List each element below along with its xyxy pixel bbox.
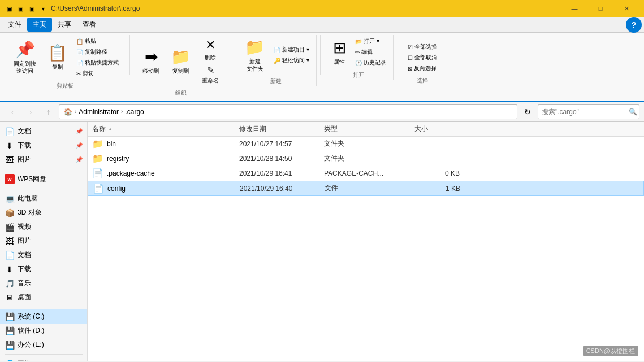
- new-item-button[interactable]: 📄 新建项目 ▾: [271, 45, 312, 55]
- ribbon-group-select: ☑ 全部选择 ☐ 全部取消 ⊠ 反向选择 选择: [401, 35, 444, 86]
- sidebar-item-wps[interactable]: W WPS网盘: [0, 172, 87, 186]
- sidebar-downloads2-label: 下载: [18, 264, 31, 274]
- address-crumb-admin[interactable]: Administrator: [79, 108, 119, 116]
- select-buttons: ☑ 全部选择 ☐ 全部取消 ⊠ 反向选择: [405, 42, 439, 73]
- sidebar-item-pictures2[interactable]: 🖼 图片: [0, 234, 87, 248]
- ribbon-group-clipboard: 📌 固定到快速访问 📋 复制 📋 粘贴 📄 复制路径 📄 粘贴快捷方式: [5, 35, 126, 91]
- ribbon-group-open: ⊞ 属性 📂 打开 ▾ ✏ 编辑 🕐 历史记录 打开: [324, 35, 394, 80]
- properties-button[interactable]: ⊞ 属性: [329, 37, 351, 68]
- pin-indicator-2: 📌: [76, 142, 83, 149]
- sidebar-documents-label: 文档: [18, 127, 31, 136]
- sidebar-item-downloads[interactable]: ⬇ 下载 📌: [0, 138, 87, 152]
- search-bar[interactable]: 🔍: [538, 104, 639, 119]
- menu-view[interactable]: 查看: [77, 18, 102, 32]
- copy-button[interactable]: 📋 复制: [43, 42, 72, 73]
- sep1: [129, 35, 130, 75]
- file-icon-config: 📄: [93, 183, 104, 194]
- file-row-package-cache[interactable]: 📄 .package-cache 2021/10/29 16:41 PACKAG…: [88, 166, 644, 181]
- file-size-package: 0 KB: [414, 169, 460, 177]
- deselect-all-icon: ☐: [408, 55, 413, 61]
- address-bar[interactable]: 🏠 › Administrator › .cargo: [59, 104, 517, 119]
- sidebar-item-documents[interactable]: 📄 文档 📌: [0, 124, 87, 138]
- deselect-all-button[interactable]: ☐ 全部取消: [405, 53, 439, 63]
- sep3: [320, 35, 321, 75]
- pin-label: 固定到快速访问: [14, 60, 36, 75]
- back-button[interactable]: ‹: [5, 104, 20, 120]
- maximize-button[interactable]: □: [587, 0, 613, 17]
- sidebar-item-desktop[interactable]: 🖥 桌面: [0, 290, 87, 304]
- d-drive-icon: 💾: [5, 326, 15, 335]
- sidebar-item-network[interactable]: 🌐 网络: [0, 357, 87, 361]
- move-to-button[interactable]: ➡ 移动到: [138, 46, 164, 77]
- downloads-icon: ⬇: [5, 141, 15, 150]
- easy-access-label: 轻松访问 ▾: [282, 56, 309, 64]
- new-folder-button[interactable]: 📁 新建文件夹: [240, 36, 269, 74]
- col-header-type[interactable]: 类型: [324, 124, 414, 134]
- pin-quick-access-button[interactable]: 📌 固定到快速访问: [9, 38, 41, 76]
- paste-shortcut-button[interactable]: 📄 粘贴快捷方式: [74, 58, 121, 68]
- sidebar-item-e-drive[interactable]: 💾 办公 (E:): [0, 338, 87, 352]
- file-row-registry[interactable]: 📁 registry 2021/10/28 14:50 文件夹: [88, 151, 644, 166]
- sidebar-item-this-pc[interactable]: 💻 此电脑: [0, 191, 87, 206]
- cut-button[interactable]: ✂ 剪切: [74, 68, 121, 78]
- sidebar-item-pictures[interactable]: 🖼 图片 📌: [0, 152, 87, 167]
- file-name-registry: registry: [107, 155, 239, 163]
- pin-indicator-3: 📌: [76, 156, 83, 163]
- sidebar-item-c-drive[interactable]: 💾 系统 (C:): [0, 309, 87, 324]
- sidebar-item-video[interactable]: 🎬 视频: [0, 220, 87, 234]
- menu-file[interactable]: 文件: [2, 18, 27, 32]
- copy-to-button[interactable]: 📁 复制到: [166, 46, 195, 77]
- sidebar-docs2-label: 文档: [18, 250, 31, 260]
- col-name-label: 名称: [92, 124, 106, 134]
- sidebar-item-downloads2[interactable]: ⬇ 下载: [0, 262, 87, 276]
- cut-icon: ✂: [76, 71, 81, 77]
- open-button[interactable]: 📂 打开 ▾: [353, 36, 388, 46]
- delete-button[interactable]: ✕ 删除: [197, 36, 223, 63]
- history-label: 历史记录: [364, 59, 386, 67]
- col-size-label: 大小: [414, 124, 428, 134]
- title-bar: ▣ ▣ ▣ ▾ C:\Users\Administrator\.cargo — …: [0, 0, 644, 17]
- close-button[interactable]: ✕: [613, 0, 639, 17]
- rename-button[interactable]: ✎ 重命名: [197, 64, 223, 86]
- col-header-size[interactable]: 大小: [414, 124, 460, 134]
- copy-path-button[interactable]: 📄 复制路径: [74, 47, 121, 57]
- sidebar-item-docs2[interactable]: 📄 文档: [0, 248, 87, 262]
- minimize-button[interactable]: —: [561, 0, 587, 17]
- select-all-button[interactable]: ☑ 全部选择: [405, 42, 439, 52]
- col-header-date[interactable]: 修改日期: [239, 124, 324, 134]
- documents-icon: 📄: [5, 127, 15, 136]
- search-input[interactable]: [542, 108, 626, 116]
- col-header-name[interactable]: 名称 ▲: [92, 124, 239, 134]
- address-sep1: ›: [75, 108, 76, 115]
- desktop-icon: 🖥: [5, 293, 15, 302]
- c-drive-icon: 💾: [5, 312, 15, 321]
- file-type-config: 文件: [325, 184, 415, 193]
- help-button[interactable]: ?: [626, 17, 642, 33]
- file-name-bin: bin: [107, 140, 239, 148]
- sidebar-item-3d[interactable]: 📦 3D 对象: [0, 206, 87, 220]
- sidebar-desktop-label: 桌面: [18, 293, 31, 302]
- sidebar-item-d-drive[interactable]: 💾 软件 (D:): [0, 324, 87, 338]
- sep4: [397, 35, 397, 75]
- up-button[interactable]: ↑: [41, 104, 57, 120]
- file-icon-package: 📄: [92, 168, 103, 178]
- paste-shortcut-label: 粘贴快捷方式: [85, 59, 119, 67]
- address-crumb-cargo[interactable]: .cargo: [125, 108, 144, 116]
- sidebar-item-music[interactable]: 🎵 音乐: [0, 276, 87, 290]
- menu-home[interactable]: 主页: [27, 18, 52, 32]
- paste-button[interactable]: 📋 粘贴: [74, 36, 121, 46]
- history-button[interactable]: 🕐 历史记录: [353, 58, 388, 68]
- pin-indicator: 📌: [76, 128, 83, 134]
- forward-button[interactable]: ›: [23, 104, 38, 120]
- easy-access-button[interactable]: 🔑 轻松访问 ▾: [271, 55, 312, 66]
- file-row-config[interactable]: 📄 config 2021/10/29 16:40 文件 1 KB: [88, 181, 644, 196]
- refresh-button[interactable]: ↻: [520, 104, 535, 120]
- invert-selection-button[interactable]: ⊠ 反向选择: [405, 63, 439, 73]
- new-item-icon: 📄: [274, 47, 280, 53]
- edit-button[interactable]: ✏ 编辑: [353, 47, 388, 57]
- menu-share[interactable]: 共享: [52, 18, 77, 32]
- paste-label: 粘贴: [85, 37, 96, 45]
- ribbon-group-new: 📁 新建文件夹 📄 新建项目 ▾ 🔑 轻松访问 ▾ 新建: [236, 35, 317, 86]
- file-row-bin[interactable]: 📁 bin 2021/10/27 14:57 文件夹: [88, 137, 644, 151]
- easy-access-icon: 🔑: [274, 58, 280, 64]
